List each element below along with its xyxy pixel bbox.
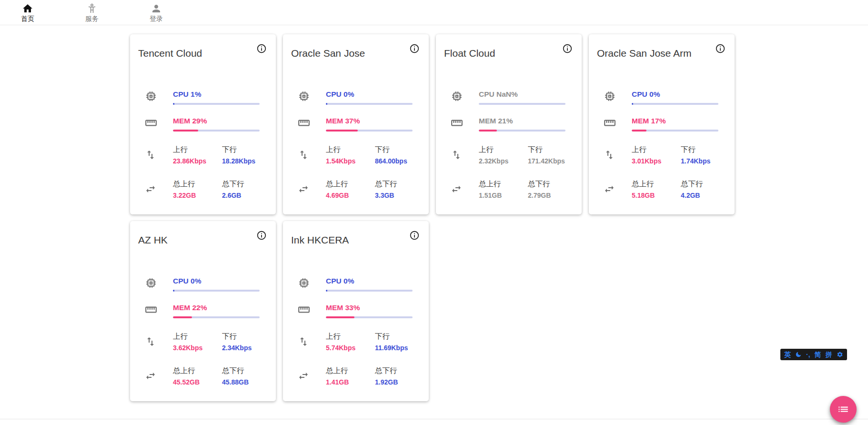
cpu-row: CPU 1% — [130, 90, 276, 117]
total-upload-label: 总上行 — [632, 180, 681, 188]
cpu-label: CPU 0% — [173, 277, 260, 285]
main-content: Tencent Cloud CPU 1% MEM 29% — [0, 25, 868, 401]
bandwidth-row: 上行 3.01Kbps 下行 1.74Kbps — [589, 143, 735, 178]
cpu-label: CPU 0% — [326, 90, 413, 99]
ime-english-mode[interactable]: 英 — [784, 349, 791, 360]
swap-horizontal-icon — [283, 366, 326, 399]
cpu-chip-icon — [283, 90, 326, 117]
info-icon[interactable] — [409, 230, 420, 241]
nav-item-services[interactable]: 服务 — [77, 3, 107, 22]
total-upload-value: 1.51GB — [479, 192, 528, 199]
upload-value: 23.86Kbps — [173, 157, 222, 165]
cpu-chip-icon — [589, 90, 632, 117]
server-stats: CPU 0% MEM 22% 上行 — [130, 277, 276, 399]
download-value: 864.00bps — [375, 157, 424, 165]
ime-halfwidth-moon-icon[interactable] — [795, 351, 802, 358]
cpu-bar — [326, 103, 413, 105]
info-icon[interactable] — [409, 43, 420, 54]
server-stats: CPU 0% MEM 17% 上行 — [589, 90, 735, 212]
upload-label: 上行 — [326, 145, 375, 154]
mem-bar — [326, 130, 413, 132]
nav-home-label: 首页 — [21, 15, 34, 22]
cpu-label: CPU 0% — [326, 277, 413, 285]
footer-divider — [0, 419, 868, 425]
nav-item-home[interactable]: 首页 — [12, 3, 43, 22]
mem-label: MEM 22% — [173, 304, 260, 312]
cpu-chip-icon — [130, 90, 173, 117]
cpu-bar-fill — [326, 103, 327, 105]
total-download-label: 总下行 — [681, 180, 730, 188]
mem-label: MEM 29% — [173, 117, 260, 125]
mem-bar — [632, 130, 718, 132]
services-person-icon — [86, 3, 98, 14]
cpu-bar — [326, 290, 413, 292]
up-down-arrows-icon — [283, 145, 326, 178]
total-download-value: 2.6GB — [222, 192, 271, 199]
server-name: Tencent Cloud — [138, 48, 276, 59]
nav-item-login[interactable]: 登录 — [141, 3, 172, 22]
server-card: Float Cloud CPU NaN% MEM 21% — [436, 34, 582, 214]
cpu-chip-icon — [283, 277, 326, 304]
info-icon[interactable] — [562, 43, 573, 54]
info-icon[interactable] — [256, 43, 267, 54]
server-name: Float Cloud — [444, 48, 582, 59]
server-stats: CPU 0% MEM 37% 上行 — [283, 90, 429, 212]
cpu-bar — [173, 290, 260, 292]
mem-bar — [173, 130, 260, 132]
ime-pinyin-mode[interactable]: 拼 — [826, 349, 832, 360]
upload-label: 上行 — [479, 145, 528, 154]
cpu-chip-icon — [436, 90, 479, 117]
ime-simplified-mode[interactable]: 简 — [815, 349, 821, 360]
nav-login-label: 登录 — [150, 15, 163, 22]
download-label: 下行 — [375, 332, 424, 341]
cpu-row: CPU 0% — [283, 277, 429, 304]
bandwidth-row: 上行 23.86Kbps 下行 18.28Kbps — [130, 143, 276, 178]
mem-bar-fill — [326, 130, 358, 132]
total-upload-value: 4.69GB — [326, 192, 375, 199]
download-label: 下行 — [222, 145, 271, 154]
mem-bar — [479, 130, 565, 132]
server-name: Ink HKCERA — [291, 234, 429, 246]
server-stats: CPU 0% MEM 33% 上行 — [283, 277, 429, 399]
ime-punctuation-mode[interactable]: ·, — [806, 349, 810, 360]
download-value: 18.28Kbps — [222, 157, 271, 165]
server-name: AZ HK — [138, 234, 276, 246]
nav-services-label: 服务 — [85, 15, 99, 22]
ime-settings-gear-icon[interactable] — [837, 351, 843, 358]
server-card: Oracle San Jose CPU 0% MEM 37% — [283, 34, 429, 214]
server-name: Oracle San Jose Arm — [597, 48, 735, 59]
mem-bar — [173, 316, 260, 318]
cpu-row: CPU NaN% — [436, 90, 582, 117]
cpu-row: CPU 0% — [130, 277, 276, 304]
total-upload-value: 3.22GB — [173, 192, 222, 199]
server-list-fab[interactable] — [830, 396, 857, 423]
server-stats: CPU NaN% MEM 21% 上行 — [436, 90, 582, 212]
swap-horizontal-icon — [130, 180, 173, 212]
total-download-label: 总下行 — [528, 180, 577, 188]
total-download-label: 总下行 — [222, 180, 271, 188]
download-label: 下行 — [222, 332, 271, 341]
list-icon — [837, 403, 849, 415]
bandwidth-row: 上行 2.32Kbps 下行 171.42Kbps — [436, 143, 582, 178]
total-traffic-row: 总上行 1.51GB 总下行 2.79GB — [436, 178, 582, 212]
info-icon[interactable] — [715, 43, 726, 54]
cpu-bar — [632, 103, 718, 105]
total-traffic-row: 总上行 4.69GB 总下行 3.3GB — [283, 178, 429, 212]
ime-toolbar: 英 ·, 简 拼 — [780, 349, 847, 360]
mem-row: MEM 33% — [283, 304, 429, 330]
cpu-label: CPU 1% — [173, 90, 260, 99]
total-upload-label: 总上行 — [326, 366, 375, 375]
cpu-row: CPU 0% — [283, 90, 429, 117]
up-down-arrows-icon — [130, 145, 173, 178]
mem-label: MEM 21% — [479, 117, 565, 125]
download-label: 下行 — [375, 145, 424, 154]
memory-ruler-icon — [130, 304, 173, 330]
home-icon — [22, 3, 33, 14]
top-nav: 首页 服务 登录 — [0, 0, 868, 25]
upload-value: 2.32Kbps — [479, 157, 528, 165]
info-icon[interactable] — [256, 230, 267, 241]
mem-row: MEM 22% — [130, 304, 276, 330]
mem-row: MEM 21% — [436, 117, 582, 143]
mem-bar-fill — [632, 130, 646, 132]
mem-label: MEM 17% — [632, 117, 718, 125]
